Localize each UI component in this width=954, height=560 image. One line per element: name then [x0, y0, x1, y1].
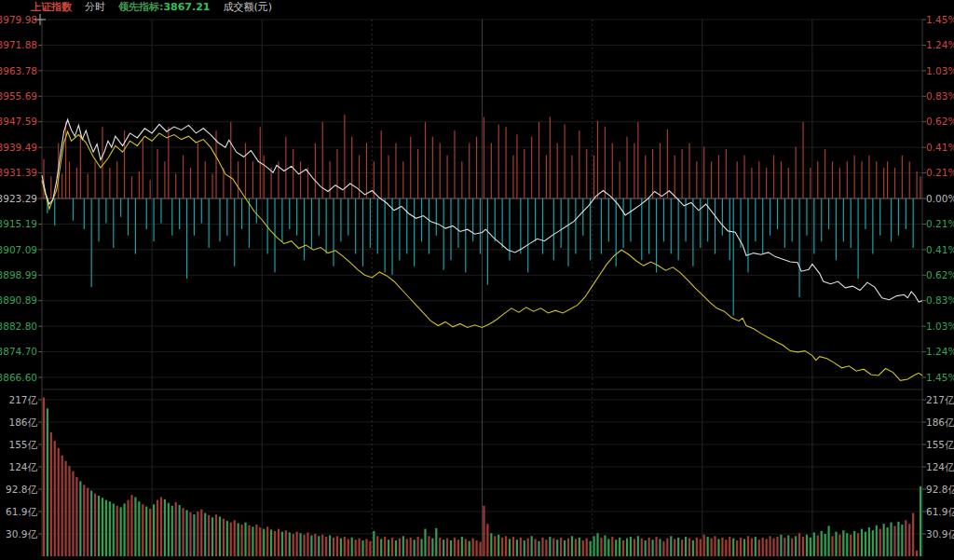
volume-axis-label: 92.8亿 — [6, 484, 37, 495]
percent-axis-label: 1.03% — [926, 321, 954, 332]
percent-axis-label: 0.41% — [926, 244, 954, 255]
price-axis-label: 3923.29 — [0, 193, 37, 204]
percent-axis-label: 0.00% — [926, 193, 954, 204]
leader-indicator: 领先指标:3867.21 — [118, 0, 211, 14]
price-axis-label: 3947.59 — [0, 116, 37, 127]
price-axis-label: 3866.60 — [0, 372, 37, 383]
percent-axis-label: 1.24% — [926, 346, 954, 357]
chart-header: 上证指数 分时 领先指标:3867.21 成交额(元) — [31, 0, 272, 14]
percent-axis-label: 0.83% — [926, 90, 954, 102]
volume-axis-label: 30.9亿 — [926, 528, 954, 540]
price-axis-label: 3955.69 — [0, 90, 37, 102]
price-axis-label: 3907.09 — [0, 244, 37, 255]
price-axis-label: 3979.98 — [0, 14, 37, 25]
percent-axis-label: 1.24% — [926, 39, 954, 50]
leader-indicator-label: 领先指标: — [118, 1, 163, 13]
volume-axis-label: 155亿 — [8, 439, 37, 450]
axis-labels: 3979.983971.883963.783955.693947.593939.… — [0, 14, 954, 540]
price-axis-label: 3971.88 — [0, 39, 37, 50]
price-axis-label: 3890.89 — [0, 294, 37, 306]
volume-axis-label: 217亿 — [926, 394, 954, 405]
turnover-label: 成交额(元) — [224, 0, 273, 14]
volume-axis-label: 124亿 — [8, 461, 37, 472]
volume-axis-label: 92.8亿 — [926, 484, 954, 495]
percent-axis-label: 0.83% — [926, 294, 954, 306]
percent-axis-label: 0.21% — [926, 218, 954, 229]
percent-axis-label: 0.62% — [926, 269, 954, 280]
gridlines — [42, 20, 922, 556]
chart-canvas[interactable]: 3979.983971.883963.783955.693947.593939.… — [0, 0, 954, 560]
volume-axis-label: 186亿 — [8, 417, 37, 428]
volume-axis-label: 155亿 — [926, 439, 954, 450]
volume-axis-label: 186亿 — [926, 417, 954, 428]
percent-axis-label: 1.45% — [926, 14, 954, 25]
price-axis-label: 3963.78 — [0, 65, 37, 76]
leader-indicator-value: 3867.21 — [163, 1, 210, 13]
percent-axis-label: 1.45% — [926, 372, 954, 383]
volume-axis-label: 124亿 — [926, 461, 954, 472]
volume-axis-label: 217亿 — [8, 394, 37, 405]
volume-axis-label: 61.9亿 — [6, 506, 37, 517]
app-window: 3979.983971.883963.783955.693947.593939.… — [0, 0, 954, 560]
price-axis-label: 3898.99 — [0, 269, 37, 280]
symbol-title: 上证指数 — [31, 0, 72, 14]
percent-axis-label: 0.21% — [926, 167, 954, 178]
percent-axis-label: 0.41% — [926, 142, 954, 153]
price-axis-label: 3931.39 — [0, 167, 37, 178]
price-axis-label: 3874.70 — [0, 346, 37, 357]
price-axis-label: 3882.80 — [0, 321, 37, 332]
price-axis-label: 3915.19 — [0, 218, 37, 229]
tab-timeshare[interactable]: 分时 — [85, 0, 105, 14]
price-axis-label: 3939.49 — [0, 142, 37, 153]
percent-axis-label: 1.03% — [926, 65, 954, 76]
volume-axis-label: 61.9亿 — [926, 506, 954, 517]
volume-axis-label: 30.9亿 — [6, 528, 37, 540]
percent-axis-label: 0.62% — [926, 116, 954, 127]
